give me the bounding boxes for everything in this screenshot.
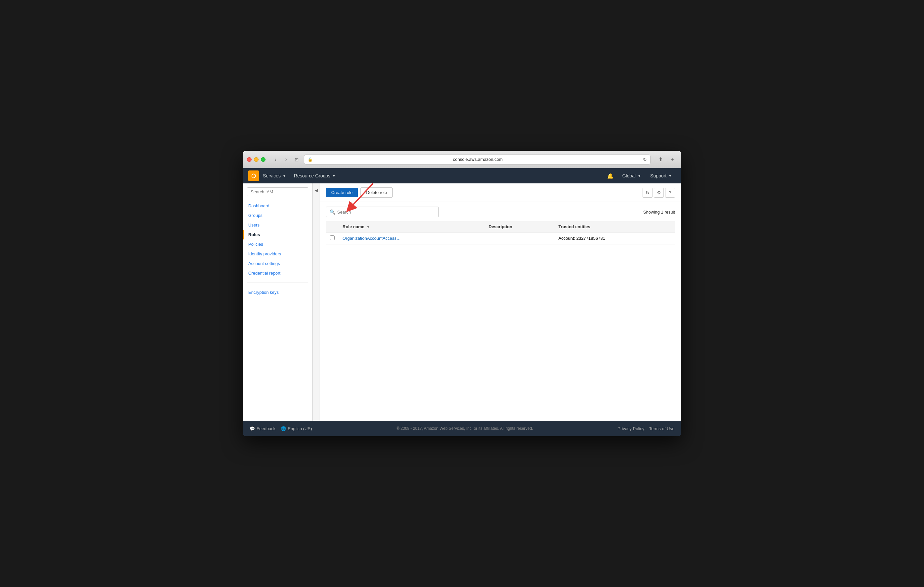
- traffic-lights: [247, 157, 266, 162]
- browser-titlebar: ‹ › ⊡ 🔒 console.aws.amazon.com ↻ ⬆ +: [243, 151, 681, 168]
- table-body: OrganizationAccountAccess… Account: 2327…: [326, 232, 675, 244]
- language-selector[interactable]: 🌐 English (US): [281, 426, 312, 431]
- roles-link: Roles: [243, 230, 312, 240]
- table-search-input[interactable]: [337, 210, 435, 215]
- sidebar-divider: [247, 283, 309, 283]
- content-area: Create role Delete role ↻ ⚙ ?: [320, 183, 681, 421]
- resource-groups-menu[interactable]: Resource Groups ▼: [290, 168, 340, 183]
- sidebar-item-roles[interactable]: Roles: [243, 230, 312, 240]
- back-button[interactable]: ‹: [271, 155, 280, 164]
- sidebar-item-encryption-keys[interactable]: Encryption keys: [243, 288, 312, 297]
- toolbar: Create role Delete role ↻ ⚙ ?: [320, 183, 681, 202]
- table-header: Role name ▼ Description Trusted entities: [326, 221, 675, 232]
- trusted-entities-header: Trusted entities: [554, 221, 675, 232]
- browser-nav-buttons: ‹ › ⊡: [271, 155, 301, 164]
- tab-overview-button[interactable]: ⊡: [292, 155, 301, 164]
- support-arrow-icon: ▼: [668, 174, 672, 178]
- sidebar-item-credential-report[interactable]: Credential report: [243, 268, 312, 278]
- delete-role-button[interactable]: Delete role: [360, 187, 393, 198]
- sidebar-nav: Dashboard Groups Users Roles Policies Id…: [243, 200, 312, 279]
- support-label: Support: [650, 173, 667, 178]
- role-name-header[interactable]: Role name ▼: [338, 221, 485, 232]
- toolbar-icons: ↻ ⚙ ?: [643, 188, 675, 198]
- aws-topnav: ⬡ Services ▼ Resource Groups ▼ 🔔 Global …: [243, 168, 681, 183]
- browser-window: ‹ › ⊡ 🔒 console.aws.amazon.com ↻ ⬆ + ⬡ S…: [243, 151, 681, 436]
- table-area: 🔍 Showing 1 result Role name ▼: [320, 202, 681, 421]
- terms-of-use-link[interactable]: Terms of Use: [649, 426, 675, 431]
- add-tab-button[interactable]: +: [668, 155, 677, 164]
- sidebar-item-policies[interactable]: Policies: [243, 240, 312, 249]
- search-iam-input[interactable]: [247, 187, 309, 196]
- refresh-button[interactable]: ↻: [643, 157, 647, 162]
- language-icon: 🌐: [281, 426, 286, 431]
- topnav-right: 🔔 Global ▼ Support ▼: [604, 168, 676, 183]
- search-icon: 🔍: [330, 209, 335, 215]
- support-menu[interactable]: Support ▼: [646, 168, 676, 183]
- description-cell: [485, 232, 554, 244]
- aws-logo: ⬡: [248, 171, 259, 181]
- dashboard-link[interactable]: Dashboard: [243, 201, 312, 210]
- create-role-button[interactable]: Create role: [326, 188, 358, 197]
- footer-right: Privacy Policy Terms of Use: [618, 426, 675, 431]
- table-search-container[interactable]: 🔍: [326, 207, 439, 217]
- policies-link[interactable]: Policies: [243, 240, 312, 249]
- encryption-keys-link[interactable]: Encryption keys: [243, 288, 312, 297]
- sidebar: Dashboard Groups Users Roles Policies Id…: [243, 183, 313, 421]
- browser-actions: ⬆ +: [656, 155, 677, 164]
- global-arrow-icon: ▼: [638, 174, 641, 178]
- roles-table: Role name ▼ Description Trusted entities: [326, 221, 675, 244]
- sidebar-toggle-icon: ◀: [315, 188, 318, 193]
- sidebar-search-container: [243, 183, 312, 200]
- sidebar-item-account-settings[interactable]: Account settings: [243, 259, 312, 268]
- description-header: Description: [485, 221, 554, 232]
- address-bar[interactable]: 🔒 console.aws.amazon.com ↻: [304, 155, 650, 164]
- main-area: Dashboard Groups Users Roles Policies Id…: [243, 183, 681, 421]
- privacy-policy-link[interactable]: Privacy Policy: [618, 426, 645, 431]
- sidebar-item-dashboard[interactable]: Dashboard: [243, 201, 312, 210]
- global-menu[interactable]: Global ▼: [618, 168, 645, 183]
- account-settings-link[interactable]: Account settings: [243, 259, 312, 268]
- settings-icon: ⚙: [657, 190, 661, 195]
- help-button[interactable]: ?: [665, 188, 675, 198]
- identity-providers-link[interactable]: Identity providers: [243, 249, 312, 259]
- services-menu[interactable]: Services ▼: [259, 168, 290, 183]
- sort-arrow-icon: ▼: [366, 225, 370, 229]
- feedback-icon: 💬: [249, 426, 255, 431]
- share-button[interactable]: ⬆: [656, 155, 665, 164]
- result-count: Showing 1 result: [643, 210, 675, 215]
- services-label: Services: [263, 173, 281, 178]
- footer: 💬 Feedback 🌐 English (US) © 2008 - 2017,…: [243, 421, 681, 436]
- resource-groups-arrow-icon: ▼: [332, 174, 335, 178]
- table-row: OrganizationAccountAccess… Account: 2327…: [326, 232, 675, 244]
- forward-button[interactable]: ›: [281, 155, 291, 164]
- role-name-link[interactable]: OrganizationAccountAccess…: [343, 236, 401, 241]
- role-name-cell: OrganizationAccountAccess…: [338, 232, 485, 244]
- refresh-icon: ↻: [645, 190, 650, 195]
- close-button[interactable]: [247, 157, 252, 162]
- checkbox-header: [326, 221, 338, 232]
- groups-link[interactable]: Groups: [243, 210, 312, 220]
- refresh-button[interactable]: ↻: [643, 188, 652, 198]
- users-link[interactable]: Users: [243, 220, 312, 230]
- search-bar-row: 🔍 Showing 1 result: [326, 207, 675, 217]
- sidebar-nav-extra: Encryption keys: [243, 286, 312, 298]
- sidebar-toggle[interactable]: ◀: [313, 183, 320, 421]
- sidebar-item-users[interactable]: Users: [243, 220, 312, 230]
- notifications-button[interactable]: 🔔: [604, 168, 617, 183]
- credential-report-link[interactable]: Credential report: [243, 268, 312, 278]
- fullscreen-button[interactable]: [261, 157, 266, 162]
- copyright-text: © 2008 - 2017, Amazon Web Services, Inc.…: [397, 426, 533, 431]
- row-checkbox[interactable]: [330, 235, 335, 240]
- sidebar-item-groups[interactable]: Groups: [243, 210, 312, 220]
- settings-button[interactable]: ⚙: [654, 188, 664, 198]
- language-label: English (US): [288, 426, 312, 431]
- row-checkbox-cell[interactable]: [326, 232, 338, 244]
- role-name-label: Role name: [343, 224, 365, 229]
- minimize-button[interactable]: [254, 157, 259, 162]
- services-arrow-icon: ▼: [283, 174, 286, 178]
- trusted-entities-cell: Account: 232771856781: [554, 232, 675, 244]
- feedback-button[interactable]: 💬 Feedback: [249, 426, 276, 431]
- sidebar-item-identity-providers[interactable]: Identity providers: [243, 249, 312, 259]
- footer-left: 💬 Feedback 🌐 English (US): [249, 426, 312, 431]
- global-label: Global: [622, 173, 635, 178]
